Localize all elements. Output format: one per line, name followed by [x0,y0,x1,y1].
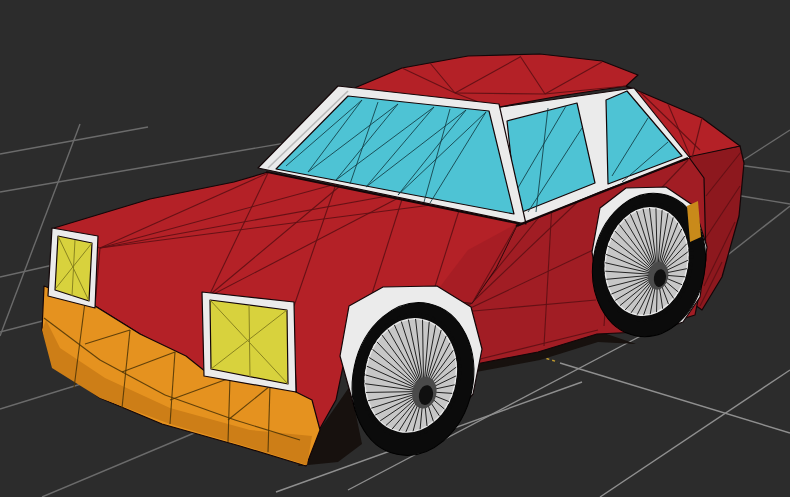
viewport-canvas[interactable] [0,0,790,497]
